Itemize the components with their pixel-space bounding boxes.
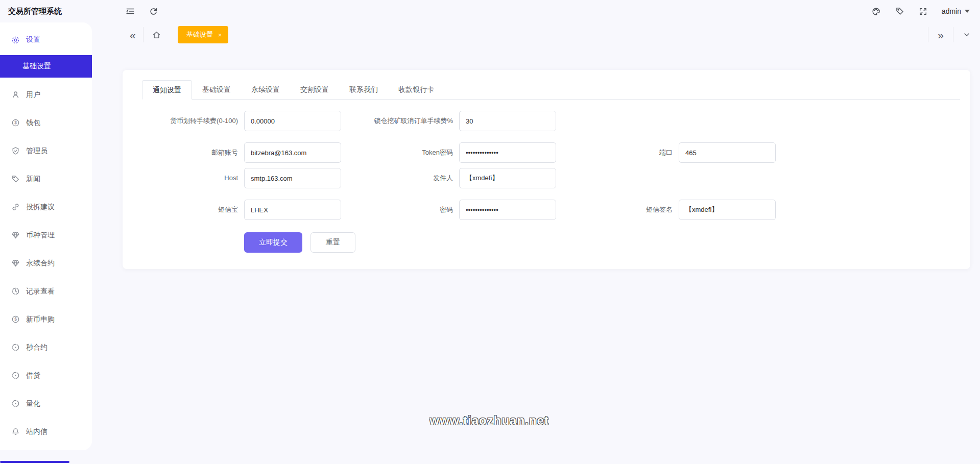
sidebar-item-label: 新币申购 <box>26 315 55 324</box>
field-label: 密码 <box>341 200 459 220</box>
sidebar-item-label: 量化 <box>26 399 40 408</box>
currency-transfer-fee-input[interactable] <box>244 111 341 131</box>
theme-palette-icon[interactable] <box>871 7 881 16</box>
tab-contact-us[interactable]: 联系我们 <box>339 80 388 100</box>
gem-icon <box>11 259 20 267</box>
field-label: Host <box>142 168 244 188</box>
sms-password-input[interactable] <box>459 200 556 220</box>
user-icon <box>11 90 20 99</box>
reset-button[interactable]: 重置 <box>310 232 355 253</box>
sidebar-item-lending[interactable]: 借贷 <box>0 361 92 389</box>
horizontal-scrollbar-thumb[interactable] <box>0 461 69 463</box>
field-label: 短信宝 <box>142 200 244 220</box>
shield-check-icon <box>11 146 20 155</box>
app-title: 交易所管理系统 <box>8 0 62 22</box>
field-label: 端口 <box>556 142 679 163</box>
field-label: 锁仓挖矿取消订单手续费% <box>341 111 459 131</box>
svg-text:$: $ <box>14 316 17 322</box>
field-label: 货币划转手续费(0-100) <box>142 111 244 131</box>
field-label: Token密码 <box>341 142 459 163</box>
sender-input[interactable] <box>459 168 556 188</box>
sidebar-item-label: 借贷 <box>26 371 40 380</box>
sidebar-item-news[interactable]: 新闻 <box>0 165 92 193</box>
sidebar-item-label: 用户 <box>26 90 40 100</box>
tags-scroll-left-icon[interactable]: « <box>123 30 143 40</box>
sidebar-item-label: 基础设置 <box>22 62 51 71</box>
tab-basic-settings[interactable]: 基础设置 <box>192 80 241 100</box>
link-icon <box>11 203 20 211</box>
open-tag-chip[interactable]: 基础设置 × <box>178 26 229 43</box>
tab-delivery-settings[interactable]: 交割设置 <box>290 80 339 100</box>
sidebar-item-label: 投拆建议 <box>26 203 55 212</box>
tab-notification-settings[interactable]: 通知设置 <box>142 80 192 100</box>
history-clock-icon <box>11 343 20 352</box>
refresh-icon[interactable] <box>149 7 158 16</box>
sidebar-item-perpetual-contract[interactable]: 永续合约 <box>0 249 92 277</box>
settings-card: 通知设置 基础设置 永续设置 交割设置 联系我们 收款银行卡 货币划转手续费(0… <box>123 70 970 269</box>
watermark-text: www.tiaozhuan.net <box>429 413 548 428</box>
host-input[interactable] <box>244 168 341 188</box>
history-clock-icon <box>11 399 20 408</box>
dollar-circle-icon: $ <box>11 118 20 127</box>
tags-menu-chevron-icon[interactable] <box>953 31 980 39</box>
fullscreen-icon[interactable] <box>919 7 927 16</box>
sidebar-item-label: 钱包 <box>26 118 40 128</box>
tags-icon[interactable] <box>895 7 904 16</box>
sidebar-item-second-contract[interactable]: 秒合约 <box>0 333 92 361</box>
dollar-circle-icon: $ <box>11 315 20 324</box>
close-tag-icon[interactable]: × <box>218 31 222 39</box>
sidebar-item-label: 管理员 <box>26 146 47 156</box>
home-icon[interactable] <box>144 30 170 40</box>
sidebar-item-site-messages[interactable]: 站内信 <box>0 418 92 446</box>
sidebar-item-users[interactable]: 用户 <box>0 81 92 109</box>
lock-mining-cancel-fee-input[interactable] <box>459 111 556 131</box>
bell-icon <box>11 427 20 436</box>
port-input[interactable] <box>679 142 776 163</box>
topbar-right-actions: admin <box>871 0 970 22</box>
gear-icon <box>11 36 20 44</box>
field-label: 短信签名 <box>556 200 679 220</box>
sidebar-item-label: 币种管理 <box>26 231 55 240</box>
sidebar-item-records[interactable]: 记录查看 <box>0 277 92 305</box>
sidebar-item-new-coin-subscription[interactable]: $ 新币申购 <box>0 305 92 333</box>
sidebar-item-basic-settings[interactable]: 基础设置 <box>0 55 92 78</box>
sidebar-item-wallet[interactable]: $ 钱包 <box>0 109 92 137</box>
tab-perpetual-settings[interactable]: 永续设置 <box>241 80 290 100</box>
field-label: 发件人 <box>341 168 459 188</box>
submit-button[interactable]: 立即提交 <box>244 232 302 253</box>
sms-signature-input[interactable] <box>679 200 776 220</box>
sidebar-item-label: 站内信 <box>26 427 47 436</box>
tags-scroll-right-icon[interactable]: » <box>928 30 953 40</box>
tab-receiving-bank-card[interactable]: 收款银行卡 <box>388 80 444 100</box>
sidebar: 设置 基础设置 用户 $ 钱包 管理员 <box>0 22 92 450</box>
sidebar-item-admins[interactable]: 管理员 <box>0 137 92 165</box>
history-clock-icon <box>11 371 20 380</box>
sidebar-item-label: 记录查看 <box>26 287 55 296</box>
svg-text:$: $ <box>14 120 17 125</box>
sidebar-item-label: 设置 <box>26 35 40 44</box>
field-label: 邮箱账号 <box>142 142 244 163</box>
notification-settings-form: 货币划转手续费(0-100) 锁仓挖矿取消订单手续费% 邮箱账号 Token密码… <box>123 100 970 253</box>
caret-down-icon <box>965 10 970 13</box>
sidebar-item-quantification[interactable]: 量化 <box>0 389 92 418</box>
topbar-left-actions <box>126 0 158 22</box>
token-password-input[interactable] <box>459 142 556 163</box>
gem-icon <box>11 231 20 239</box>
sidebar-item-settings[interactable]: 设置 <box>0 25 92 55</box>
sidebar-item-coin-management[interactable]: 币种管理 <box>0 221 92 249</box>
sidebar-item-label: 永续合约 <box>26 259 55 268</box>
sms-provider-input[interactable] <box>244 200 341 220</box>
email-account-input[interactable] <box>244 142 341 163</box>
sidebar-item-feedback[interactable]: 投拆建议 <box>0 193 92 221</box>
user-menu[interactable]: admin <box>942 7 970 15</box>
tag-bar: « 基础设置 × » <box>123 23 980 46</box>
collapse-sidebar-icon[interactable] <box>126 7 135 16</box>
tag-chip-label: 基础设置 <box>186 30 213 39</box>
history-clock-icon <box>11 287 20 296</box>
sidebar-item-label: 秒合约 <box>26 343 47 352</box>
settings-tabs: 通知设置 基础设置 永续设置 交割设置 联系我们 收款银行卡 <box>142 80 960 100</box>
sidebar-item-label: 新闻 <box>26 175 40 184</box>
user-name: admin <box>942 7 961 15</box>
tag-icon <box>11 175 20 183</box>
